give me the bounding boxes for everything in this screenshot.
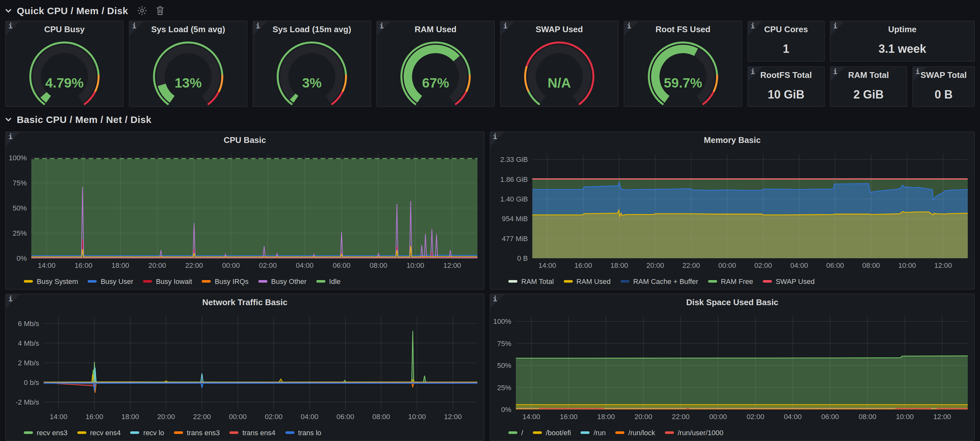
cpu-basic-plot[interactable]: 0%25%50%75%100%14:0016:0018:0020:0022:00… (7, 149, 484, 271)
legend-swatch (581, 431, 590, 434)
panel-title[interactable]: Root FS Used (624, 24, 741, 34)
legend-item--run-user-1000[interactable]: /run/user/1000 (665, 429, 724, 436)
legend-item--run[interactable]: /run (581, 429, 606, 436)
panel-info-icon[interactable]: i (6, 21, 20, 35)
legend-item-busy-other[interactable]: Busy Other (258, 278, 307, 285)
x-tick-label: 16:00 (560, 412, 578, 421)
panel-title[interactable]: SWAP Used (501, 24, 618, 34)
legend-item-idle[interactable]: Idle (317, 278, 341, 285)
x-tick-label: 16:00 (574, 262, 592, 270)
x-tick-label: 08:00 (372, 412, 390, 421)
legend-label: RAM Total (521, 278, 554, 285)
y-tick-label: 75% (13, 179, 27, 187)
legend-item-ram-used[interactable]: RAM Used (563, 278, 611, 285)
x-tick-label: 20:00 (157, 412, 175, 421)
trash-icon (156, 5, 164, 15)
legend-item-swap-used[interactable]: SWAP Used (763, 278, 815, 285)
y-tick-label: 0 B (517, 254, 528, 262)
x-tick-label: 04:00 (790, 262, 808, 270)
legend-item-recv-ens3[interactable]: recv ens3 (24, 429, 67, 436)
grafana-dashboard: Quick CPU / Mem / Disk i CPU Busy 4.79% … (0, 0, 980, 441)
panel-info-icon[interactable]: i (6, 294, 20, 308)
panel-title[interactable]: RAM Used (377, 24, 494, 34)
panel-title[interactable]: Network Traffic Basic (6, 297, 484, 307)
panel-info-icon[interactable]: i (490, 132, 504, 146)
panel-title[interactable]: Sys Load (5m avg) (129, 24, 247, 34)
x-tick-label: 08:00 (859, 412, 876, 421)
panel-info-icon[interactable]: i (377, 21, 391, 35)
panel-info-icon[interactable]: i (830, 21, 845, 35)
panel-info-icon[interactable]: i (501, 21, 515, 35)
legend-item-trans-ens3[interactable]: trans ens3 (174, 429, 220, 436)
row-header-basic[interactable]: Basic CPU / Mem / Net / Disk (5, 111, 151, 127)
legend-swatch (88, 280, 97, 282)
row-title[interactable]: Basic CPU / Mem / Net / Disk (17, 114, 151, 125)
x-tick-label: 14:00 (523, 412, 540, 421)
stat-value: 1 (748, 43, 824, 56)
x-tick-label: 20:00 (635, 412, 652, 421)
panel-info-icon[interactable]: i (624, 21, 638, 35)
panel-info-icon[interactable]: i (253, 21, 267, 35)
y-tick-label: 50% (13, 204, 27, 212)
x-tick-label: 22:00 (672, 412, 690, 421)
x-tick-label: 22:00 (682, 262, 700, 270)
chevron-down-icon[interactable] (5, 8, 11, 13)
panel-info-icon[interactable]: i (748, 67, 762, 81)
panel-title[interactable]: Sys Load (15m avg) (253, 24, 371, 34)
legend-item--boot-efi[interactable]: /boot/efi (533, 429, 571, 436)
legend-item--run-lock[interactable]: /run/lock (615, 429, 655, 436)
x-tick-label: 18:00 (597, 412, 615, 421)
panel-title[interactable]: Memory Basic (490, 135, 974, 145)
legend-item-busy-system[interactable]: Busy System (24, 278, 78, 285)
legend-item-ram-free[interactable]: RAM Free (708, 278, 753, 285)
legend-item-recv-lo[interactable]: recv lo (130, 429, 164, 436)
row-header-quick[interactable]: Quick CPU / Mem / Disk (5, 2, 164, 19)
legend-label: Busy System (37, 278, 78, 285)
gauge-value: 3% (253, 75, 371, 91)
panel-info-icon[interactable]: i (830, 67, 845, 81)
x-tick-label: 00:00 (709, 412, 727, 421)
chevron-down-icon[interactable] (5, 117, 11, 122)
x-tick-label: 04:00 (296, 262, 313, 270)
legend-item-trans-ens4[interactable]: trans ens4 (229, 429, 275, 436)
panel-ram-used: i RAM Used 67% (376, 21, 495, 107)
panel-info-icon[interactable]: i (913, 67, 927, 81)
panel-title[interactable]: CPU Basic (6, 135, 484, 145)
network-traffic-plot[interactable]: -2 Mb/s0 b/s2 Mb/s4 Mb/s6 Mb/s14:0016:00… (7, 311, 484, 422)
panel-title[interactable]: Uptime (830, 24, 974, 34)
legend-item--[interactable]: / (508, 429, 523, 436)
legend-item-trans-lo[interactable]: trans lo (285, 429, 321, 436)
x-tick-label: 22:00 (185, 262, 203, 270)
legend-item-ram-cache-buffer[interactable]: RAM Cache + Buffer (620, 278, 698, 285)
y-tick-label: 0% (501, 406, 511, 414)
panel-title[interactable]: CPU Busy (6, 24, 123, 34)
gauge-value: 4.79% (6, 75, 123, 91)
panel-info-icon[interactable]: i (129, 21, 144, 35)
panel-info-icon[interactable]: i (490, 294, 504, 308)
y-tick-label: 477 MiB (502, 235, 528, 243)
panel-swap-total: i SWAP Total 0 B (912, 66, 975, 107)
legend-label: RAM Used (576, 278, 611, 285)
series-line-root (516, 356, 968, 358)
legend-item-busy-irqs[interactable]: Busy IRQs (202, 278, 248, 285)
legend-item-busy-iowait[interactable]: Busy Iowait (143, 278, 192, 285)
disk-space-plot[interactable]: 0%25%50%75%100%14:0016:0018:0020:0022:00… (492, 311, 974, 422)
row-title[interactable]: Quick CPU / Mem / Disk (17, 5, 128, 16)
legend-item-recv-ens4[interactable]: recv ens4 (77, 429, 121, 436)
legend-item-ram-total[interactable]: RAM Total (508, 278, 554, 285)
stat-value: 10 GiB (748, 88, 824, 102)
memory-basic-plot[interactable]: 0 B477 MiB954 MiB1.40 GiB1.86 GiB2.33 Gi… (492, 149, 974, 271)
legend-swatch (285, 431, 294, 434)
series-fill-ram-used-top (532, 210, 968, 258)
y-tick-label: 954 MiB (502, 215, 528, 223)
panel-info-icon[interactable]: i (748, 21, 762, 35)
row-settings-button[interactable] (137, 5, 147, 15)
legend-item-busy-user[interactable]: Busy User (88, 278, 134, 285)
row-delete-button[interactable] (156, 5, 164, 15)
legend-label: recv ens4 (90, 429, 121, 436)
x-tick-label: 08:00 (369, 262, 387, 270)
panel-title[interactable]: Disk Space Used Basic (490, 297, 974, 307)
panel-info-icon[interactable]: i (6, 132, 20, 146)
y-tick-label: 2 Mb/s (18, 359, 39, 367)
gauge-arc (504, 37, 614, 106)
